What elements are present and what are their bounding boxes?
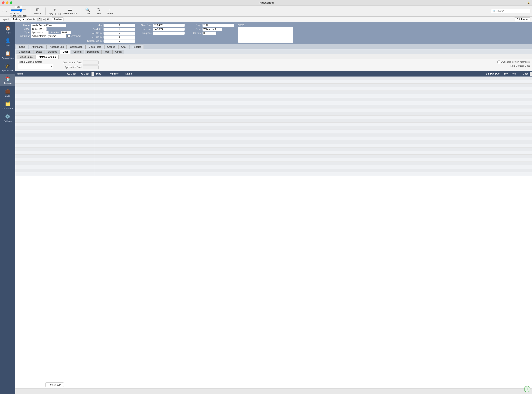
left-table-row[interactable] xyxy=(15,151,94,155)
right-table-row[interactable] xyxy=(94,151,532,155)
left-table-row[interactable] xyxy=(15,172,94,176)
subtab-cost[interactable]: Cost xyxy=(60,50,71,54)
tab-chat[interactable]: Chat xyxy=(118,45,129,49)
right-table-row[interactable] xyxy=(94,155,532,158)
right-table-row[interactable] xyxy=(94,133,532,137)
right-table-row[interactable] xyxy=(94,109,532,112)
type-field[interactable] xyxy=(31,31,48,34)
left-table-row[interactable] xyxy=(15,116,94,119)
search-input[interactable] xyxy=(496,10,529,12)
add-button[interactable]: + xyxy=(524,386,530,392)
left-table-row[interactable] xyxy=(15,87,94,91)
find-button[interactable]: 🔍 Find xyxy=(83,7,92,15)
right-table-row[interactable] xyxy=(94,169,532,172)
minimize-button[interactable] xyxy=(6,1,9,4)
left-table-row[interactable] xyxy=(15,158,94,162)
layout-select[interactable]: Training xyxy=(11,17,25,21)
right-table-row[interactable] xyxy=(94,91,532,94)
left-table-row[interactable] xyxy=(15,133,94,137)
sidebar-item-sales[interactable]: 💼 Sales xyxy=(0,87,15,99)
right-table-row[interactable] xyxy=(94,162,532,165)
subtab-dates[interactable]: Dates xyxy=(34,50,45,54)
right-table-row[interactable] xyxy=(94,126,532,130)
tab-absence-log[interactable]: Absence Log xyxy=(47,45,67,49)
view-rows-button[interactable]: ≡ xyxy=(42,18,46,21)
room-field[interactable] xyxy=(202,28,222,31)
preview-button[interactable]: Preview xyxy=(52,17,64,21)
right-table-row[interactable] xyxy=(94,77,532,80)
right-table-row[interactable] xyxy=(94,105,532,109)
max-field[interactable] xyxy=(103,24,135,27)
forward-button[interactable]: › xyxy=(5,9,7,13)
sidebar-item-users[interactable]: 👤 Users xyxy=(0,36,15,48)
back-button[interactable]: ‹ xyxy=(2,9,4,13)
notes-field[interactable] xyxy=(238,27,293,43)
window-controls[interactable] xyxy=(2,1,12,4)
number-field[interactable] xyxy=(61,31,71,34)
right-table-row[interactable] xyxy=(94,80,532,84)
innertab-material-groups[interactable]: Material Groups xyxy=(36,55,59,59)
left-table-row[interactable] xyxy=(15,162,94,165)
instructor-field[interactable] xyxy=(31,34,66,38)
left-table-row[interactable] xyxy=(15,126,94,130)
left-table-row[interactable] xyxy=(15,130,94,133)
right-table-row[interactable] xyxy=(94,101,532,105)
right-table-row[interactable] xyxy=(94,140,532,144)
new-record-button[interactable]: ＋ New Record xyxy=(49,7,61,15)
left-table-row[interactable] xyxy=(15,140,94,144)
left-table-row[interactable] xyxy=(15,94,94,98)
maximize-button[interactable] xyxy=(10,1,12,4)
tab-grades[interactable]: Grades xyxy=(104,45,118,49)
tab-setup[interactable]: Setup xyxy=(16,45,28,49)
right-table-row[interactable] xyxy=(94,116,532,119)
edit-layout-button[interactable]: Edit Layout xyxy=(514,17,530,21)
nav-controls[interactable]: ‹ › xyxy=(2,9,8,13)
left-table-row[interactable] xyxy=(15,165,94,169)
jo-count-field[interactable] xyxy=(103,36,135,39)
view-grid-button[interactable]: ⊞ xyxy=(46,18,50,21)
tab-reports[interactable]: Reports xyxy=(129,45,144,49)
subtab-admin[interactable]: Admin xyxy=(112,50,124,54)
right-table-row[interactable] xyxy=(94,158,532,162)
days-field[interactable] xyxy=(202,24,234,27)
left-table-row[interactable] xyxy=(15,169,94,172)
start-date-field[interactable] xyxy=(153,24,185,27)
end-date-field[interactable] xyxy=(153,28,185,31)
available-field[interactable] xyxy=(103,28,135,31)
subtab-description[interactable]: Description xyxy=(16,50,33,54)
left-table-row[interactable] xyxy=(15,112,94,116)
subtab-custom[interactable]: Custom xyxy=(71,50,84,54)
view-icons[interactable]: ☰ ≡ ⊞ xyxy=(37,18,50,21)
left-table-row[interactable] xyxy=(15,80,94,84)
reg-due-field[interactable] xyxy=(153,31,185,35)
subtab-web[interactable]: Web xyxy=(102,50,112,54)
code-field[interactable] xyxy=(31,27,46,31)
right-table-row[interactable] xyxy=(94,147,532,151)
jo-cost-field[interactable] xyxy=(202,31,216,35)
left-table-row[interactable] xyxy=(15,119,94,123)
sidebar-item-apprentices[interactable]: 🎓 Apprentices xyxy=(0,62,15,74)
apprentice-cost-field[interactable] xyxy=(83,65,98,69)
name-field[interactable] xyxy=(31,24,66,27)
right-table-row[interactable] xyxy=(94,137,532,140)
right-table-row[interactable] xyxy=(94,87,532,91)
right-table-row[interactable] xyxy=(94,123,532,126)
left-table-row[interactable] xyxy=(15,105,94,109)
left-table-row[interactable] xyxy=(15,123,94,126)
left-table-row[interactable] xyxy=(15,144,94,147)
right-table-row[interactable] xyxy=(94,84,532,87)
archived-checkbox[interactable] xyxy=(67,35,70,37)
delete-record-button[interactable]: ▬ Delete Record xyxy=(63,7,77,15)
right-table-row[interactable] xyxy=(94,94,532,98)
post-group-button[interactable]: Post Group xyxy=(45,382,64,387)
sidebar-item-applications[interactable]: 📋 Applications xyxy=(0,49,15,61)
left-table-row[interactable] xyxy=(15,91,94,94)
innertab-class-costs[interactable]: Class Costs xyxy=(17,55,36,59)
right-table-row[interactable] xyxy=(94,112,532,116)
sidebar-item-contractors[interactable]: 🗂️ Contractors xyxy=(0,99,15,112)
right-table-row[interactable] xyxy=(94,165,532,169)
left-table-row[interactable] xyxy=(15,101,94,105)
sort-button[interactable]: ⇅ Sort xyxy=(94,7,103,15)
student-count-field[interactable] xyxy=(103,39,135,43)
sidebar-item-training[interactable]: 📚 Training xyxy=(0,74,15,86)
